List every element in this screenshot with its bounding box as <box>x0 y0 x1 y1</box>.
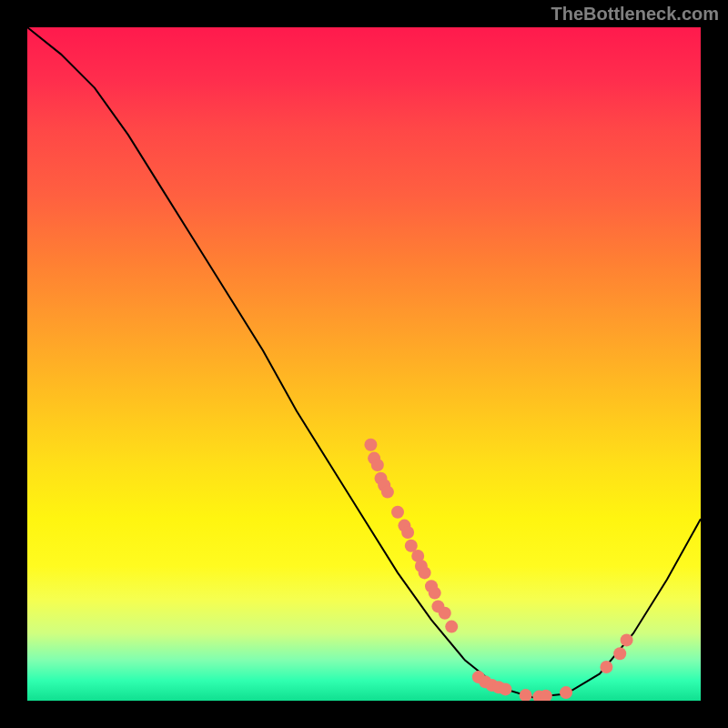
data-point <box>429 587 441 600</box>
chart-container: TheBottleneck.com <box>0 0 728 728</box>
data-point <box>560 686 572 699</box>
data-point <box>419 566 431 579</box>
scatter-points <box>364 439 632 701</box>
data-point <box>613 647 626 660</box>
data-point <box>391 506 404 519</box>
data-point <box>401 526 414 539</box>
data-point <box>499 682 511 695</box>
data-point <box>381 486 394 499</box>
watermark-text: TheBottleneck.com <box>551 4 719 25</box>
data-point <box>364 439 377 451</box>
data-point <box>621 633 633 646</box>
data-point <box>439 607 451 620</box>
data-point <box>520 689 532 701</box>
data-point <box>445 621 458 633</box>
chart-svg <box>27 27 701 701</box>
plot-area <box>27 27 701 701</box>
data-point <box>600 661 612 673</box>
data-point <box>371 459 384 471</box>
bottleneck-curve <box>27 27 701 697</box>
